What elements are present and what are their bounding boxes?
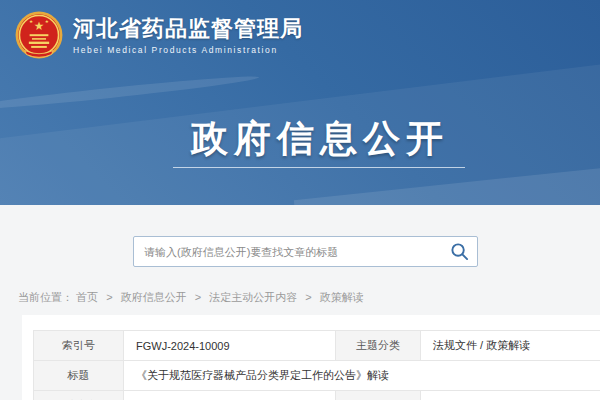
breadcrumb-separator: > — [106, 291, 112, 303]
table-row: 发文部门 发布日期 2024-05-13 — [34, 391, 600, 400]
breadcrumb-separator: > — [305, 291, 311, 303]
index-number-label: 索引号 — [34, 331, 124, 361]
breadcrumb-prefix: 当前位置： — [18, 291, 73, 303]
breadcrumb: 当前位置： 首页 > 政府信息公开 > 法定主动公开内容 > 政策解读 — [18, 290, 364, 305]
search-box — [133, 236, 478, 267]
national-emblem-icon: ★ ★ ★ — [14, 10, 64, 60]
search-input[interactable] — [134, 246, 450, 258]
subject-category-label: 主题分类 — [336, 331, 421, 361]
search-icon[interactable] — [450, 242, 469, 261]
publish-date-label: 发布日期 — [336, 391, 421, 400]
table-row: 标题 《关于规范医疗器械产品分类界定工作的公告》解读 — [34, 361, 600, 391]
banner-wave-decoration — [0, 72, 260, 113]
subject-category-value: 法规文件 / 政策解读 — [421, 331, 600, 361]
issuing-department-value — [124, 391, 336, 400]
site-header-banner: ★ ★ ★ 河北省药品监督管理局 Hebei Medical Products … — [0, 0, 600, 205]
breadcrumb-item-statutory-disclosure[interactable]: 法定主动公开内容 — [209, 291, 297, 303]
svg-text:★: ★ — [34, 19, 45, 32]
page: ★ ★ ★ 河北省药品监督管理局 Hebei Medical Products … — [0, 0, 600, 400]
page-title: 政府信息公开 — [0, 114, 600, 164]
issuing-department-label: 发文部门 — [34, 391, 124, 400]
breadcrumb-item-gov-info[interactable]: 政府信息公开 — [121, 291, 187, 303]
index-number-value: FGWJ-2024-10009 — [124, 331, 336, 361]
article-info-card: 索引号 FGWJ-2024-10009 主题分类 法规文件 / 政策解读 标题 … — [22, 315, 600, 400]
site-title: 河北省药品监督管理局 — [73, 16, 303, 42]
svg-text:★: ★ — [29, 19, 33, 24]
breadcrumb-item-home[interactable]: 首页 — [76, 291, 98, 303]
breadcrumb-separator: > — [195, 291, 201, 303]
article-info-table: 索引号 FGWJ-2024-10009 主题分类 法规文件 / 政策解读 标题 … — [33, 330, 600, 400]
site-logo-link[interactable]: ★ ★ ★ 河北省药品监督管理局 Hebei Medical Products … — [14, 10, 303, 60]
site-subtitle-en: Hebei Medical Products Administration — [73, 45, 303, 55]
publish-date-value: 2024-05-13 — [421, 391, 600, 400]
site-brand-text: 河北省药品监督管理局 Hebei Medical Products Admini… — [73, 16, 303, 55]
breadcrumb-item-policy-interpretation[interactable]: 政策解读 — [320, 291, 364, 303]
svg-text:★: ★ — [45, 19, 49, 24]
title-label: 标题 — [34, 361, 124, 391]
banner-divider — [173, 167, 465, 168]
title-value: 《关于规范医疗器械产品分类界定工作的公告》解读 — [124, 361, 600, 391]
table-row: 索引号 FGWJ-2024-10009 主题分类 法规文件 / 政策解读 — [34, 331, 600, 361]
